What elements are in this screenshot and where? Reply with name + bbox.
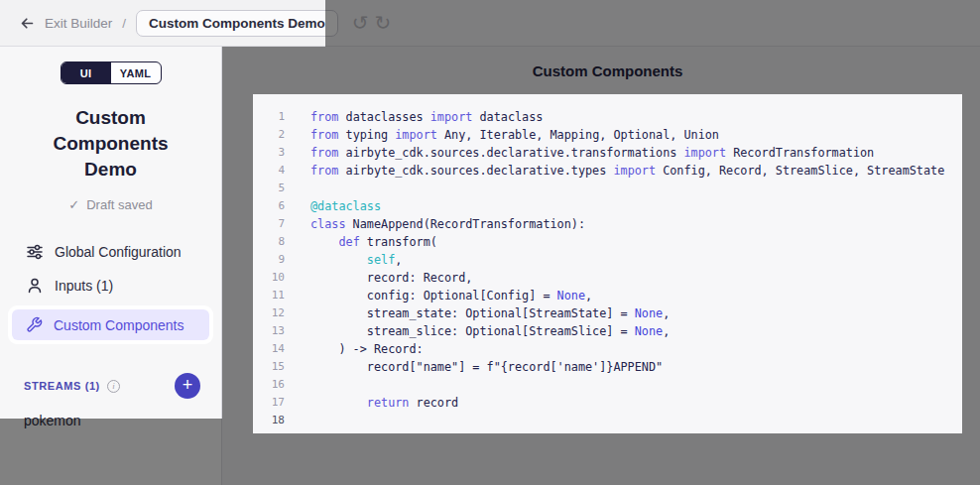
exit-builder-link[interactable]: Exit Builder	[45, 16, 112, 31]
code-line[interactable]: 2from typing import Any, Iterable, Mappi…	[253, 126, 962, 144]
sidebar-nav: Global Configuration Inputs (1) Custom C…	[0, 235, 221, 344]
line-number: 7	[253, 215, 285, 233]
sidebar-item-custom-components[interactable]: Custom Components	[12, 309, 209, 340]
draft-status: ✓ Draft saved	[0, 197, 221, 212]
code-line[interactable]: 16	[253, 376, 962, 394]
line-number: 4	[253, 162, 285, 180]
line-number: 15	[253, 358, 285, 376]
connector-name-input[interactable]: Custom Components Demo	[136, 10, 338, 37]
line-number: 18	[253, 412, 285, 429]
sidebar: UI YAML Custom Components Demo ✓ Draft s…	[0, 47, 222, 485]
sliders-icon	[26, 243, 44, 261]
code-line[interactable]: 18	[253, 412, 962, 429]
line-number: 3	[253, 144, 285, 162]
code-editor[interactable]: 1from dataclasses import dataclass2from …	[253, 94, 962, 433]
sidebar-item-global-configuration[interactable]: Global Configuration	[0, 235, 221, 269]
line-number: 10	[253, 269, 285, 287]
streams-label: STREAMS (1)	[24, 380, 100, 392]
line-number: 1	[253, 108, 285, 126]
code-line[interactable]: 4from airbyte_cdk.sources.declarative.ty…	[253, 162, 962, 180]
line-number: 6	[253, 197, 285, 215]
sidebar-item-inputs[interactable]: Inputs (1)	[0, 269, 221, 303]
streams-section-header: STREAMS (1) i +	[0, 373, 221, 399]
check-icon: ✓	[68, 197, 79, 212]
code-line[interactable]: 7class NameAppend(RecordTransformation):	[253, 215, 962, 233]
stream-item-pokemon[interactable]: pokemon	[0, 413, 221, 428]
code-line[interactable]: 1from dataclasses import dataclass	[253, 108, 962, 126]
breadcrumb-separator: /	[122, 16, 126, 31]
wrench-icon	[25, 316, 43, 334]
code-line[interactable]: 11 config: Optional[Config] = None,	[253, 287, 962, 304]
line-number: 5	[253, 180, 285, 197]
code-line[interactable]: 12 stream_state: Optional[StreamState] =…	[253, 304, 962, 322]
code-line[interactable]: 14 ) -> Record:	[253, 340, 962, 358]
sidebar-item-label: Inputs (1)	[55, 278, 113, 294]
line-number: 17	[253, 394, 285, 412]
line-number: 9	[253, 251, 285, 269]
topbar: Exit Builder / Custom Components Demo ↺ …	[0, 0, 980, 47]
info-icon[interactable]: i	[107, 380, 120, 393]
user-icon	[26, 277, 44, 295]
main-content: Custom Components 1from dataclasses impo…	[222, 47, 980, 485]
code-line[interactable]: 15 record["name"] = f"{record['name']}AP…	[253, 358, 962, 376]
code-line[interactable]: 5	[253, 180, 962, 197]
connector-title: Custom Components Demo	[32, 105, 190, 182]
line-number: 11	[253, 287, 285, 304]
ui-yaml-toggle: UI YAML	[61, 61, 162, 84]
tutorial-spotlight: Custom Components	[8, 305, 213, 344]
back-button[interactable]	[15, 11, 39, 35]
add-stream-button[interactable]: +	[175, 373, 200, 399]
line-number: 16	[253, 376, 285, 394]
line-number: 12	[253, 304, 285, 322]
code-line[interactable]: 17 return record	[253, 394, 962, 412]
arrow-left-icon	[19, 15, 36, 32]
code-line[interactable]: 9 self,	[253, 251, 962, 269]
code-line[interactable]: 13 stream_slice: Optional[StreamSlice] =…	[253, 322, 962, 340]
sidebar-item-label: Custom Components	[54, 317, 184, 333]
code-line[interactable]: 6@dataclass	[253, 197, 962, 215]
code-line[interactable]: 3from airbyte_cdk.sources.declarative.tr…	[253, 144, 962, 162]
line-number: 14	[253, 340, 285, 358]
undo-icon[interactable]: ↺	[352, 13, 369, 33]
line-number: 8	[253, 233, 285, 251]
line-number: 2	[253, 126, 285, 144]
toggle-ui-option[interactable]: UI	[61, 62, 111, 83]
toggle-yaml-option[interactable]: YAML	[111, 62, 161, 83]
draft-status-label: Draft saved	[86, 197, 152, 212]
page-title: Custom Components	[253, 47, 962, 94]
redo-icon[interactable]: ↻	[375, 13, 392, 33]
code-line[interactable]: 10 record: Record,	[253, 269, 962, 287]
code-line[interactable]: 8 def transform(	[253, 233, 962, 251]
sidebar-item-label: Global Configuration	[55, 244, 182, 260]
line-number: 13	[253, 322, 285, 340]
